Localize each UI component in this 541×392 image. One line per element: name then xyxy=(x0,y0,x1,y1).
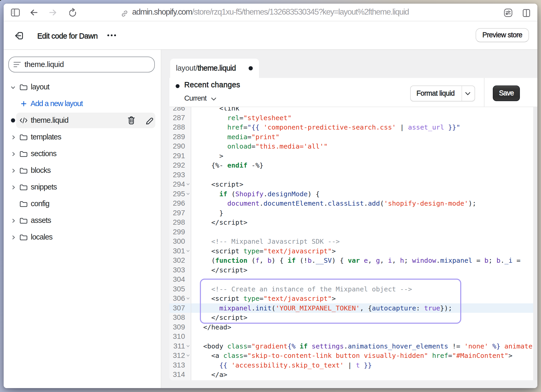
format-button-divider xyxy=(462,86,462,101)
line-number[interactable]: 313 xyxy=(169,360,191,370)
code-editor[interactable]: 2862872882892902912922932942952962972982… xyxy=(169,107,537,380)
code-line-311: <body class="gradient{% if settings.anim… xyxy=(191,341,533,351)
line-number[interactable]: 295 xyxy=(169,189,191,199)
trash-icon[interactable] xyxy=(127,116,136,125)
page-settings-icon[interactable] xyxy=(504,9,512,17)
file-search-input[interactable]: theme.liquid xyxy=(8,57,155,72)
code-line-288: href="{{ 'component-predictive-search.cs… xyxy=(191,123,533,132)
line-number[interactable]: 314 xyxy=(169,370,191,379)
chevron-down-icon[interactable] xyxy=(11,85,15,90)
chevron-right-icon[interactable] xyxy=(11,235,16,240)
sidebar-item-snippets[interactable]: snippets xyxy=(4,179,160,195)
line-number[interactable]: 308 xyxy=(169,313,191,322)
line-number[interactable]: 306 xyxy=(169,294,191,303)
fold-chevron-icon[interactable] xyxy=(186,345,190,347)
editor-scrollbar[interactable] xyxy=(533,107,537,380)
line-number[interactable]: 296 xyxy=(169,199,191,208)
sidebar-item-blocks[interactable]: blocks xyxy=(4,162,160,179)
chevron-down-icon[interactable] xyxy=(211,97,217,101)
editor-gutter: 2862872882892902912922932942952962972982… xyxy=(169,107,191,380)
folder-icon xyxy=(20,217,28,224)
sidebar-toggle-icon[interactable] xyxy=(11,9,20,16)
line-number[interactable]: 286 xyxy=(169,107,191,113)
line-number[interactable]: 305 xyxy=(169,284,191,294)
chevron-right-icon[interactable] xyxy=(11,135,16,140)
link-icon xyxy=(121,10,128,17)
chevron-right-icon[interactable] xyxy=(11,152,16,156)
search-value: theme.liquid xyxy=(24,57,64,72)
line-number[interactable]: 290 xyxy=(169,142,191,151)
line-number[interactable]: 291 xyxy=(169,151,191,161)
app-body: theme.liquid layoutAdd a new layouttheme… xyxy=(4,50,537,388)
line-number[interactable]: 294 xyxy=(169,180,191,189)
chevron-right-icon[interactable] xyxy=(11,185,16,190)
code-line-286: <link xyxy=(191,107,533,113)
more-menu-button[interactable] xyxy=(107,34,117,36)
fold-chevron-icon[interactable] xyxy=(186,297,190,300)
line-number[interactable]: 302 xyxy=(169,256,191,265)
code-line-292: {%- endif -%} xyxy=(191,161,533,170)
line-number[interactable]: 311 xyxy=(169,341,191,351)
pencil-icon[interactable] xyxy=(145,116,153,125)
line-number[interactable]: 293 xyxy=(169,170,191,180)
sidebar-item-theme-liquid[interactable]: theme.liquid xyxy=(4,112,160,129)
save-button[interactable]: Save xyxy=(493,85,520,101)
sidebar-item-templates[interactable]: templates xyxy=(4,129,160,145)
version-dropdown[interactable]: Current xyxy=(184,94,206,102)
url-bar[interactable]: admin.shopify.com/store/rzq1xu-f5/themes… xyxy=(132,4,409,21)
sidebar-item-add-a-new-layout[interactable]: Add a new layout xyxy=(4,95,160,112)
code-line-299 xyxy=(191,227,533,237)
page-title: Edit code for Dawn xyxy=(37,21,98,49)
sidebar-item-sections[interactable]: sections xyxy=(4,145,160,162)
code-line-296: document.documentElement.classList.add('… xyxy=(191,199,533,208)
line-number[interactable]: 300 xyxy=(169,237,191,246)
code-line-295: if (Shopify.designMode) { xyxy=(191,189,533,199)
fold-chevron-icon[interactable] xyxy=(186,193,190,195)
line-number[interactable]: 288 xyxy=(169,123,191,132)
line-number[interactable]: 304 xyxy=(169,275,191,284)
fold-chevron-icon[interactable] xyxy=(186,354,190,357)
chevron-right-icon[interactable] xyxy=(11,218,16,223)
line-number[interactable]: 310 xyxy=(169,332,191,341)
format-liquid-button[interactable]: Format liquid xyxy=(410,85,475,101)
url-path: /store/rzq1xu-f5/themes/132683530345?key… xyxy=(192,7,409,16)
tab-theme-liquid[interactable]: layout/theme.liquid xyxy=(170,59,259,78)
reload-icon[interactable] xyxy=(69,7,78,17)
code-line-287: rel="stylesheet" xyxy=(191,113,533,123)
split-view-icon[interactable] xyxy=(523,9,530,17)
line-number[interactable]: 307 xyxy=(169,303,191,313)
folder-label: sections xyxy=(31,145,56,162)
folder-label: assets xyxy=(31,212,51,229)
code-area[interactable]: <link rel="stylesheet" href="{{ 'compone… xyxy=(191,107,533,379)
fold-chevron-icon[interactable] xyxy=(186,183,190,186)
code-line-314: </a> xyxy=(191,370,533,379)
exit-icon[interactable] xyxy=(14,32,23,40)
editor-toolbar: Recent changes Current Format liquid Sav… xyxy=(169,78,537,107)
sidebar-item-locales[interactable]: locales xyxy=(4,229,160,246)
line-number[interactable]: 301 xyxy=(169,246,191,256)
line-number[interactable]: 299 xyxy=(169,227,191,237)
preview-store-button[interactable]: Preview store xyxy=(476,28,529,42)
tab-label: layout/theme.liquid xyxy=(176,59,236,78)
fold-chevron-icon[interactable] xyxy=(186,250,190,252)
back-icon[interactable] xyxy=(30,9,38,16)
line-number[interactable]: 292 xyxy=(169,161,191,170)
line-number[interactable]: 297 xyxy=(169,208,191,218)
chevron-right-icon[interactable] xyxy=(11,168,16,173)
sidebar-item-assets[interactable]: assets xyxy=(4,212,160,229)
format-dropdown-chevron-icon[interactable] xyxy=(465,92,471,96)
line-number[interactable]: 309 xyxy=(169,322,191,332)
code-line-289: media="print" xyxy=(191,132,533,142)
folder-icon xyxy=(20,234,28,241)
line-number[interactable]: 312 xyxy=(169,351,191,360)
plus-icon xyxy=(21,101,27,107)
sidebar-item-config[interactable]: config xyxy=(4,195,160,212)
line-number[interactable]: 289 xyxy=(169,132,191,142)
forward-icon[interactable] xyxy=(49,9,57,16)
line-number[interactable]: 303 xyxy=(169,265,191,275)
folder-icon xyxy=(20,83,28,90)
line-number[interactable]: 287 xyxy=(169,113,191,123)
sidebar-item-layout[interactable]: layout xyxy=(4,79,160,95)
folder-label: locales xyxy=(31,229,52,246)
line-number[interactable]: 298 xyxy=(169,218,191,227)
